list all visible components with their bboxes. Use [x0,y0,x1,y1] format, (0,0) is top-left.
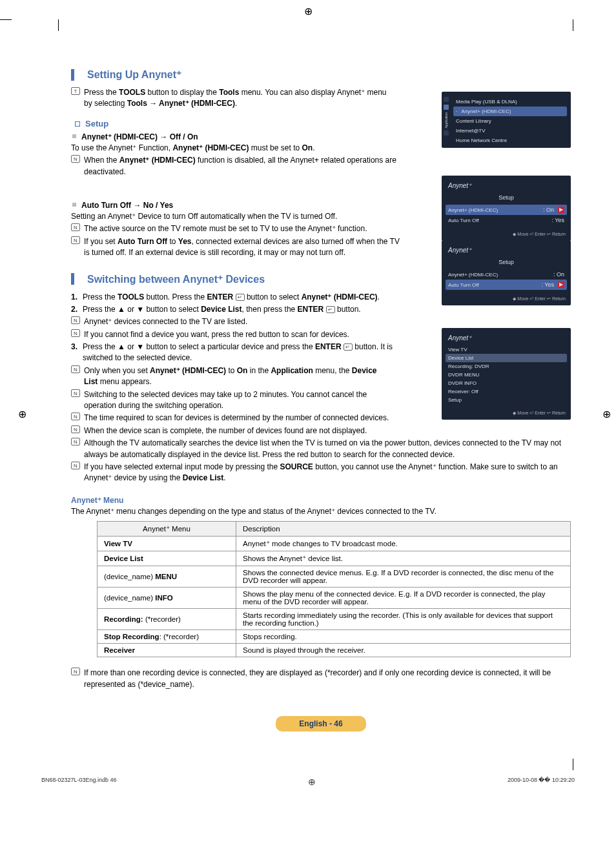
enter-icon [344,343,353,351]
table-row: Stop Recording: (*recorder)Stops recordi… [98,630,571,644]
osd-list-item: DVDR MENU [446,371,567,379]
table-row: View TVAnynet⁺ mode changes to TV broadc… [98,537,571,551]
ato-note1: The active source on the TV remote must … [84,223,407,234]
osd-setup-hdmi: Anynet⁺ Setup Anynet+ (HDMI-CEC) : On ▶ … [442,176,571,241]
step2-note1: Anynet⁺ devices connected to the TV are … [84,316,387,327]
registration-mark-bottom: ⊕ [308,777,316,787]
note-icon [71,155,80,163]
anynet-menu-table: Anynet⁺ Menu Description View TVAnynet⁺ … [97,521,571,657]
step3-text: Press the ▲ or ▼ button to select a part… [83,342,400,364]
th-desc: Description [236,522,571,537]
footer-file: BN68-02327L-03Eng.indb 46 [41,777,117,787]
osd-setup-auto: Anynet⁺ Setup Anynet+ (HDMI-CEC) : On Au… [442,240,571,305]
step-number: 3. [71,342,83,353]
table-row: (device_name) MENUShows the connected de… [98,566,571,588]
cell-desc: Sound is played through the receiver. [236,644,571,657]
note-icon [71,223,80,231]
step1-text: Press the TOOLS button. Press the ENTER … [83,292,400,303]
footer-note: If more than one recording device is con… [84,668,571,690]
note-icon [71,236,80,244]
osd-list-item: Setup [446,396,567,404]
note-icon [71,462,80,469]
cell-desc: Stops recording. [236,630,571,644]
general-note3: When the device scan is complete, the nu… [84,425,571,436]
step2-note2: If you cannot find a device you want, pr… [84,329,387,340]
note-icon [71,329,80,337]
footer-timestamp: 2009-10-08 �� 10:29:20 [508,777,575,787]
note-icon [71,425,80,433]
step-number: 1. [71,292,83,303]
tool-icon [71,87,80,95]
ato-intro: Setting an Anynet⁺ Device to turn Off au… [71,211,407,222]
table-row: (device_name) INFOShows the play menu of… [98,588,571,609]
step3-note1: Only when you set Anynet⁺ (HDMI-CEC) to … [84,365,387,388]
page-number-badge: English - 46 [276,716,366,731]
note-icon [71,668,80,675]
subhead-anynet-menu: Anynet⁺ Menu [71,496,571,505]
table-row: Recording: (*recorder)Starts recording i… [98,609,571,630]
osd-device-list: Anynet⁺ View TVDevice ListRecording: DVD… [442,328,571,420]
note-icon [71,438,80,445]
intro-tools-text: Press the TOOLS button to display the To… [84,87,394,110]
osd-application-menu: Application Media Play (USB & DLNA)·Anyn… [442,92,571,148]
osd-app-item: Internet@TV [453,126,567,136]
heading-setting-up: Setting Up Anynet⁺ [87,68,181,81]
general-note4: Although the TV automatically searches t… [84,438,571,460]
note-icon [71,365,80,373]
osd-list-item: Recording: DVDR [446,362,567,371]
cell-desc: Shows the Anynet⁺ device list. [236,551,571,566]
general-note5: If you have selected external input mode… [84,462,571,484]
step2-text: Press the ▲ or ▼ button to select Device… [83,304,400,315]
enter-icon [326,306,335,313]
cell-desc: Starts recording immediately using the r… [236,609,571,630]
cell-menu: View TV [98,537,236,551]
hdmi-use-text: To use the Anynet⁺ Function, Anynet⁺ (HD… [71,143,407,154]
osd-app-item: Content Library [453,116,567,126]
step-number: 2. [71,304,83,315]
note-icon [71,389,80,397]
section-setting-up: Setting Up Anynet⁺ [71,68,571,81]
osd-app-item: ·Anynet+ (HDMI-CEC) [453,107,567,116]
enter-icon [236,294,245,301]
osd-app-item: Media Play (USB & DLNA) [453,97,567,107]
general-note1: Switching to the selected devices may ta… [84,389,400,412]
subhead-auto-turn-off: Auto Turn Off → No / Yes [81,201,173,210]
anynet-menu-intro: The Anynet⁺ menu changes depending on th… [71,506,571,517]
note-icon [71,316,80,324]
table-row: Device ListShows the Anynet⁺ device list… [98,551,571,566]
cell-menu: Device List [98,551,236,566]
hdmi-note: When the Anynet⁺ (HDMI-CEC) function is … [84,155,407,178]
cell-menu: Recording: (*recorder) [98,609,236,630]
cell-desc: Anynet⁺ mode changes to TV broadcast mod… [236,537,571,551]
osd-list-item: View TV [446,345,567,354]
ato-note2: If you set Auto Turn Off to Yes, connect… [84,236,407,259]
osd-list-item: DVDR INFO [446,379,567,387]
cell-menu: Stop Recording: (*recorder) [98,630,236,644]
table-row: ReceiverSound is played through the rece… [98,644,571,657]
osd-list-item: Receiver: Off [446,387,567,396]
osd-list-item: Device List [446,354,567,362]
cell-desc: Shows the connected device menus. E.g. I… [236,566,571,588]
note-icon [71,413,80,420]
cell-menu: (device_name) MENU [98,566,236,588]
cell-menu: (device_name) INFO [98,588,236,609]
cell-desc: Shows the play menu of the connected dev… [236,588,571,609]
th-menu: Anynet⁺ Menu [98,522,236,537]
subhead-hdmi-cec: Anynet⁺ (HDMI-CEC) → Off / On [81,132,198,141]
cell-menu: Receiver [98,644,236,657]
osd-app-item: Home Network Centre [453,136,567,145]
crop-mark [573,759,573,770]
heading-switching: Switching between Anynet⁺ Devices [87,273,265,285]
